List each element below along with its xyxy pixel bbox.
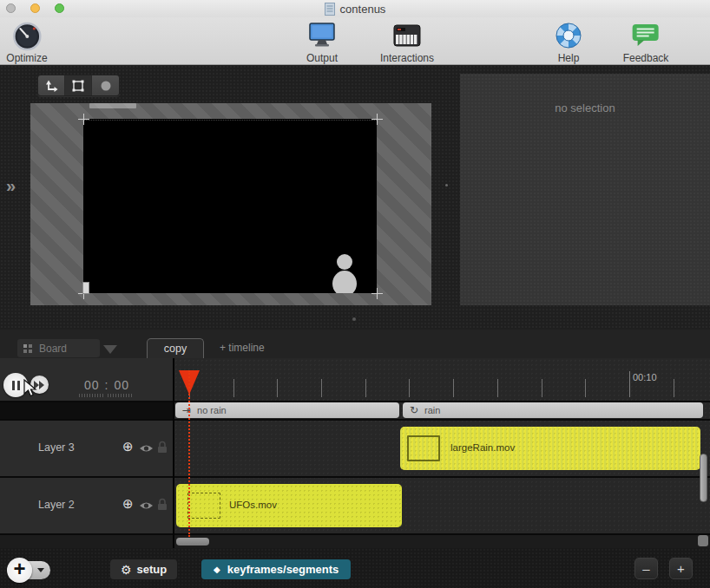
board-dropdown-caret-icon[interactable]	[103, 345, 117, 354]
segment-no-rain[interactable]: ⇥ no rain	[175, 402, 399, 418]
clip-label: largeRain.mov	[450, 442, 515, 453]
pause-icon	[12, 381, 15, 390]
stage[interactable]	[83, 119, 377, 293]
horizontal-scrollbar-thumb[interactable]	[176, 538, 209, 546]
pause-icon	[17, 381, 20, 390]
interactions-button[interactable]: Interactions	[380, 20, 434, 64]
horizontal-scrollbar-track[interactable]	[0, 535, 710, 548]
bottom-bar: + ⚙ setup ◆ keyframes/segments – +	[0, 548, 710, 588]
interactions-label: Interactions	[380, 52, 434, 64]
row-separator	[0, 401, 710, 402]
setup-label: setup	[137, 563, 168, 576]
add-element-button[interactable]: +	[7, 558, 32, 583]
plus-icon: +	[677, 561, 685, 576]
add-timeline-button[interactable]: + timeline	[220, 342, 265, 354]
titlebar: contenus	[0, 0, 710, 17]
layer-row-header[interactable]: Layer 3 ⊕	[0, 421, 173, 476]
zoom-in-button[interactable]: +	[669, 558, 693, 579]
timeline-left-segment-strip	[0, 401, 173, 420]
stage-corner-handle[interactable]	[371, 114, 383, 125]
stage-dotted-guide	[83, 120, 377, 121]
grid-icon	[23, 344, 32, 353]
gauge-icon	[11, 20, 43, 51]
ruler-time-label: 00:10	[633, 372, 657, 382]
help-label: Help	[558, 52, 580, 64]
timeline-tab-bar: Board copy + timeline	[0, 330, 710, 358]
visibility-eye-icon[interactable]	[139, 500, 154, 511]
feedback-button[interactable]: Feedback	[623, 20, 669, 64]
chevron-down-icon	[37, 568, 44, 572]
ellipse-tool-button[interactable]	[92, 75, 119, 95]
scrollbar-corner	[698, 535, 708, 546]
add-keyframe-icon[interactable]: ⊕	[122, 440, 134, 453]
plus-icon: +	[13, 559, 25, 579]
gear-icon: ⚙	[121, 564, 132, 576]
feedback-label: Feedback	[623, 52, 669, 64]
board-button[interactable]: Board	[17, 339, 100, 357]
layer-name: Layer 2	[38, 499, 75, 511]
time-minutes[interactable]: 00	[84, 378, 100, 392]
mouse-cursor	[23, 379, 39, 398]
app-window: contenus Optimize Output	[0, 0, 710, 588]
person-icon[interactable]	[329, 252, 360, 293]
document-icon	[325, 3, 335, 16]
setup-button[interactable]: ⚙ setup	[110, 559, 177, 579]
work-area: »	[0, 65, 710, 330]
segment-rain[interactable]: ↻ rain	[403, 402, 703, 418]
clip-largerain[interactable]: largeRain.mov	[400, 427, 700, 470]
clip-label: UFOs.mov	[229, 500, 277, 510]
stage-corner-handle[interactable]	[78, 114, 89, 125]
panel-splitter-dot[interactable]	[445, 184, 448, 186]
board-label: Board	[39, 343, 67, 355]
column-separator	[173, 358, 174, 548]
zoom-out-button[interactable]: –	[634, 558, 658, 579]
keyframes-segments-label: keyframes/segments	[227, 563, 339, 576]
visibility-eye-icon[interactable]	[139, 443, 154, 454]
clip-thumbnail	[407, 435, 440, 461]
bent-arrow-icon	[44, 79, 58, 93]
transform-tool-button[interactable]	[65, 75, 92, 95]
clip-thumbnail	[187, 493, 220, 519]
time-separator: :	[105, 378, 109, 392]
minutes-dial-ticks[interactable]	[79, 394, 103, 397]
time-display: 00 : 00	[76, 378, 137, 392]
playhead-line	[188, 370, 190, 537]
lifebuoy-icon	[553, 20, 584, 51]
expand-panel-chevrons-icon[interactable]: »	[6, 176, 14, 196]
clipped-element-label	[89, 103, 136, 108]
help-button[interactable]: Help	[553, 20, 584, 64]
speech-bubble-icon	[630, 20, 661, 51]
row-separator	[0, 533, 710, 535]
clip-ufos[interactable]: UFOs.mov	[176, 484, 402, 527]
small-stage-element[interactable]	[82, 282, 89, 294]
add-keyframe-icon[interactable]: ⊕	[122, 497, 134, 510]
window-title-area: contenus	[0, 0, 710, 17]
loop-icon: ↻	[410, 405, 418, 415]
seconds-dial-ticks[interactable]	[108, 394, 132, 397]
scene-canvas[interactable]	[30, 103, 431, 305]
time-seconds[interactable]: 00	[114, 378, 129, 392]
layer-name: Layer 3	[38, 441, 75, 454]
move-tool-button[interactable]	[38, 75, 65, 95]
canvas-tool-group	[37, 75, 120, 96]
tab-copy[interactable]: copy	[147, 338, 204, 358]
stage-corner-handle[interactable]	[371, 288, 383, 299]
lock-icon[interactable]	[157, 498, 168, 511]
circle-icon	[99, 79, 113, 93]
monitor-icon	[306, 20, 338, 51]
window-title: contenus	[340, 3, 386, 16]
ruler-major-tick	[629, 371, 630, 397]
diamond-icon: ◆	[214, 565, 220, 574]
keyboard-icon	[391, 20, 423, 51]
output-button[interactable]: Output	[306, 20, 338, 64]
keyframes-segments-button[interactable]: ◆ keyframes/segments	[201, 559, 351, 579]
vertical-scrollbar-thumb[interactable]	[700, 454, 707, 502]
timeline-ruler[interactable]	[189, 379, 700, 397]
minus-icon: –	[642, 561, 649, 576]
optimize-button[interactable]: Optimize	[6, 20, 47, 64]
panel-splitter-dot[interactable]	[352, 317, 356, 321]
layer-row-header[interactable]: Layer 2 ⊕	[0, 478, 173, 533]
segment-label: no rain	[197, 405, 227, 415]
segment-label: rain	[424, 405, 440, 415]
lock-icon[interactable]	[157, 441, 168, 454]
